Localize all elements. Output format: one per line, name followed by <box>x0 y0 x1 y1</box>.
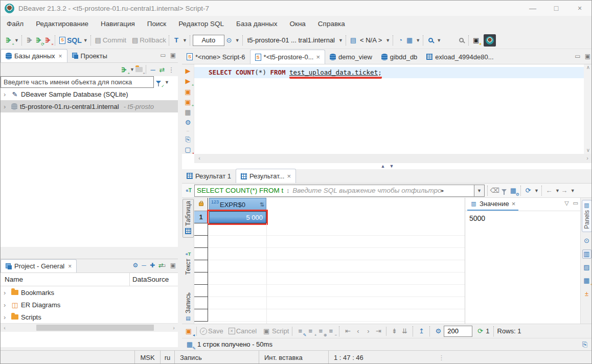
panel-maximize-icon[interactable]: ▣ <box>170 262 176 269</box>
project-settings-gear-icon[interactable]: ⚙ <box>133 262 139 269</box>
tab-script-7-active[interactable]: *<t5-prostore-0... × <box>250 50 326 64</box>
last-row-icon[interactable]: ⇥ <box>374 327 383 336</box>
editor-minimize-icon[interactable]: ▭ <box>575 53 580 60</box>
clear-filter-icon[interactable]: ⌫ <box>490 186 499 195</box>
tab-databases[interactable]: Базы данных × <box>1 49 67 62</box>
panels-button[interactable]: ▥ Panels <box>582 200 592 232</box>
export-results-icon[interactable]: ↥ <box>417 327 426 336</box>
insert-mode-label[interactable]: Инт. вставка <box>259 351 328 364</box>
scrollbar-thumb[interactable] <box>36 325 154 331</box>
auto-refresh-icon[interactable]: ⟳ <box>475 327 485 336</box>
nav-forward-icon[interactable]: → <box>560 186 569 195</box>
connect-icon[interactable]: Ψ <box>25 36 34 45</box>
refresh-dropdown-icon[interactable]: ▼ <box>534 188 539 193</box>
tab-projects[interactable]: Проекты <box>67 49 112 62</box>
active-connection-combo[interactable]: t5-prostore-01 ... tral1.internal <box>247 36 335 44</box>
new-connection-dropdown-icon[interactable]: ▼ <box>14 38 19 43</box>
script-button[interactable]: Script <box>272 327 289 335</box>
row-mode-label[interactable]: Запись <box>174 351 259 364</box>
tree-item-bookmarks[interactable]: › Bookmarks <box>1 286 178 299</box>
expander-icon[interactable]: › <box>4 313 9 321</box>
results-settings-gear-icon[interactable]: ⚙ <box>434 327 443 336</box>
editor-settings-gear-icon[interactable]: ⚙ <box>184 118 193 127</box>
new-sql-file-icon[interactable]: ▢▪ <box>184 145 193 154</box>
scroll-up-icon[interactable]: ∧ <box>584 64 592 70</box>
tab-project-general[interactable]: Project - General × <box>1 259 77 272</box>
fetch-all-rows-icon[interactable]: ⇊ <box>400 327 409 336</box>
tab-script-6[interactable]: *<none> Script-6 <box>182 50 250 64</box>
dashboard-icon[interactable]: ◔ <box>396 36 405 45</box>
tab-close-icon[interactable]: × <box>287 172 291 180</box>
commit-button[interactable]: Commit <box>103 36 127 44</box>
sql-editor-label[interactable]: SQL <box>67 36 82 44</box>
column-header-expr0[interactable]: 123 EXPR$0 ⇅ <box>209 198 266 211</box>
minimize-button[interactable]: — <box>521 1 544 16</box>
locale-label[interactable]: ru <box>160 351 174 364</box>
search-small-icon[interactable] <box>426 36 435 45</box>
grid-settings-icon[interactable]: ▦⚙ <box>509 186 518 195</box>
result-cell-selected[interactable]: 5 000 <box>209 211 266 223</box>
project-hscrollbar[interactable]: ‹ › <box>1 323 178 332</box>
connection-dropdown-icon[interactable]: ▼ <box>338 38 343 43</box>
caret-position-label[interactable]: 1 : 47 : 46 <box>328 351 392 364</box>
editor-vscrollbar[interactable]: ∧ ∨ <box>584 64 592 154</box>
column-datasource[interactable]: DataSource <box>132 276 169 283</box>
calc-panel-icon[interactable]: ± <box>582 289 591 299</box>
sash-down-icon[interactable]: ▼ <box>390 164 394 169</box>
tab-value[interactable]: ▥ Значение × <box>467 198 518 211</box>
expander-icon[interactable]: › <box>4 90 9 98</box>
scroll-right-icon[interactable]: › <box>583 154 591 162</box>
transaction-mode-dropdown-icon[interactable]: ▼ <box>183 38 187 43</box>
presentation-tab-text[interactable]: «T Текст <box>183 252 194 282</box>
filters-menu-icon[interactable] <box>499 186 509 195</box>
commit-mode-combo[interactable]: Auto <box>193 35 224 46</box>
switch-presentation-icon[interactable]: ⎘ <box>580 340 589 349</box>
cancel-button[interactable]: Cancel <box>236 327 257 335</box>
panel-minimize-icon[interactable]: ▭ <box>160 52 166 59</box>
nav-back-dropdown-icon[interactable]: ▼ <box>555 188 560 193</box>
rollback-button[interactable]: Rollback <box>140 36 166 44</box>
tab-exload[interactable]: exload_4994de80... <box>422 50 498 64</box>
grouping-panel-icon[interactable]: ⊙ <box>582 236 591 245</box>
close-button[interactable]: × <box>568 1 591 16</box>
transaction-mode-icon[interactable]: T <box>172 36 181 45</box>
tree-item-scripts[interactable]: › Scripts <box>1 311 178 323</box>
previous-row-icon[interactable]: ‹ <box>353 327 362 336</box>
expand-filter-icon[interactable]: ↕ <box>283 186 292 195</box>
filter-objects-icon[interactable]: ✓ <box>154 78 163 87</box>
sash-up-icon[interactable]: ▲ <box>381 164 385 169</box>
open-perspective-icon[interactable]: ▣✦ <box>471 36 481 45</box>
new-connection-icon[interactable]: Ψ+ <box>4 36 13 45</box>
sql-editor-icon[interactable] <box>58 36 67 45</box>
panel-minimize-icon[interactable]: ▭ <box>160 262 166 269</box>
fetch-size-input[interactable] <box>444 326 472 337</box>
column-sort-filter-icon[interactable]: ⇅ <box>260 201 264 208</box>
presentation-tab-record[interactable]: Запись ▤ <box>183 292 194 323</box>
edit-value-icon[interactable]: ≡✎ <box>295 327 305 336</box>
editor-hscrollbar[interactable]: ‹ › <box>194 154 592 163</box>
references-panel-icon[interactable]: ▦+ <box>582 276 591 285</box>
explain-plan-icon[interactable]: ▦ <box>184 108 193 117</box>
quick-access-search-icon[interactable] <box>457 36 466 45</box>
object-search-input[interactable] <box>1 76 154 88</box>
nav-back-icon[interactable]: ← <box>544 186 554 195</box>
tree-item-er-diagrams[interactable]: › ◫ ER Diagrams <box>1 299 178 311</box>
tab-result-2-active[interactable]: Результат... × <box>236 169 296 183</box>
filter-more-icon[interactable]: ▸ <box>442 188 444 193</box>
scroll-down-icon[interactable]: ∨ <box>584 147 592 153</box>
execute-script-new-tab-icon[interactable]: ▣+ <box>184 98 193 106</box>
sql-editor-text-area[interactable]: SELECT COUNT(*) FROM test_upload_data.ti… <box>194 64 584 154</box>
scroll-right-icon[interactable]: › <box>170 324 178 332</box>
tab-databases-close-icon[interactable]: × <box>59 53 62 60</box>
value-panel-menu-icon[interactable]: ▽ <box>564 200 568 207</box>
active-database-combo[interactable]: < N/A > <box>360 36 382 44</box>
grid-corner-cell[interactable] <box>194 198 208 211</box>
scroll-left-icon[interactable]: ‹ <box>195 154 203 162</box>
expander-icon[interactable]: › <box>4 301 9 309</box>
tab-value-close-icon[interactable]: × <box>512 200 516 208</box>
network-icon[interactable]: ▦ <box>405 36 414 45</box>
network-dropdown-icon[interactable]: ▼ <box>416 38 420 43</box>
export-from-query-icon[interactable]: ⎘ <box>184 135 193 144</box>
new-connection-small-icon[interactable]: Ψ+ <box>119 65 128 74</box>
tab-demo-view[interactable]: demo_view <box>325 50 377 64</box>
